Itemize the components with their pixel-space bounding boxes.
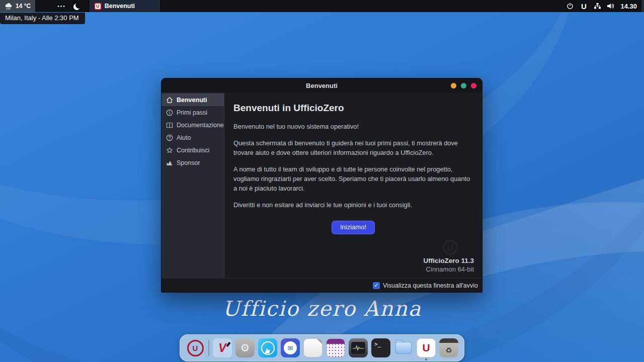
wallpaper-signature: Ufficio zero Anna <box>0 297 644 321</box>
info-icon <box>166 109 173 116</box>
dock-icon-thunderbird-mail[interactable]: ✉ <box>281 338 300 357</box>
network-icon[interactable] <box>593 2 601 10</box>
trash-lid <box>439 338 458 343</box>
welcome-paragraph: Diveritti e non esitare ad inviarci le t… <box>233 201 473 210</box>
dock-icon-files-folder[interactable] <box>394 338 413 357</box>
panel-clock[interactable]: 14.30 <box>620 3 637 10</box>
start-button[interactable]: Iniziamo! <box>332 221 375 234</box>
dock-icon-calendar[interactable] <box>326 338 345 357</box>
workspace-dots-applet[interactable]: ••• <box>57 4 66 9</box>
welcome-paragraph: Benvenuto nel tuo nuovo sistema operativ… <box>233 122 473 132</box>
ufficiozero-u-icon: U <box>422 342 430 354</box>
sidebar-item-label: Aiuto <box>177 134 191 141</box>
page-title: Benvenuti in UfficioZero <box>233 103 473 114</box>
sidebar-item-benvenuti[interactable]: Benvenuti <box>162 94 224 106</box>
desktop-environment: Cinnamon 64-bit <box>423 265 474 273</box>
sidebar-item-label: Primi passi <box>177 109 207 116</box>
star-icon <box>166 147 173 154</box>
sidebar-item-primi-passi[interactable]: Primi passi <box>162 106 224 119</box>
dock-icon-system-monitor[interactable] <box>349 338 368 357</box>
calendar-grid <box>327 344 345 357</box>
help-icon <box>166 134 173 141</box>
waveform-icon <box>351 342 365 354</box>
sidebar-item-documentazione[interactable]: Documentazione <box>162 119 224 131</box>
sidebar-item-contribuisci[interactable]: Contribuisci <box>162 144 224 156</box>
dock-icon-ufficiozero-menu[interactable]: U <box>186 338 205 357</box>
welcome-window: Benvenuti Benvenuti Primi passi <box>161 78 482 293</box>
version-block: U UfficioZero 11.3 Cinnamon 64-bit <box>423 240 474 273</box>
cta-row: Iniziamo! <box>233 221 473 234</box>
dock-icon-librewolf-browser[interactable] <box>258 338 277 357</box>
chart-icon <box>166 159 173 166</box>
weather-temperature: 14 °C <box>16 3 31 10</box>
minimize-button[interactable] <box>451 83 456 88</box>
terminal-prompt-icon: >_ <box>374 341 381 347</box>
dock-icon-text-document[interactable] <box>303 338 323 357</box>
taskbar-window-label: Benvenuti <box>105 3 135 10</box>
window-footer: ✓ Visualizza questa finestra all'avvio <box>162 278 482 292</box>
window-controls <box>451 83 482 88</box>
window-body: Benvenuti Primi passi Documentazione <box>162 93 482 278</box>
gear-icon: ⚙ <box>240 342 250 354</box>
night-mode-applet[interactable] <box>74 2 83 11</box>
volume-icon[interactable] <box>607 2 615 10</box>
dock-icon-trash[interactable]: ♻ <box>439 338 458 357</box>
checkmark-icon: ✓ <box>374 283 378 288</box>
dock-icon-red-v-app[interactable]: V <box>213 338 232 357</box>
ufficiozero-menu-icon[interactable]: U <box>580 2 588 10</box>
ufficiozero-ring-icon: U <box>187 340 204 356</box>
welcome-paragraph: Questa schermata di benvenuto ti guiderà… <box>233 139 473 158</box>
envelope-icon: ✉ <box>284 341 297 354</box>
sidebar: Benvenuti Primi passi Documentazione <box>162 93 224 278</box>
os-version: UfficioZero 11.3 <box>423 257 474 264</box>
wolf-icon <box>261 341 275 355</box>
weather-applet[interactable]: 14 °C <box>0 0 35 12</box>
window-titlebar[interactable]: Benvenuti <box>162 78 482 93</box>
recycle-icon: ♻ <box>445 343 452 357</box>
welcome-content: Benvenuti in UfficioZero Benvenuto nel t… <box>224 93 482 278</box>
running-indicator <box>425 358 427 360</box>
taskbar-window-button[interactable]: U Benvenuti <box>90 0 160 12</box>
show-at-startup-label: Visualizza questa finestra all'avvio <box>383 282 478 289</box>
ufficiozero-logo-icon: U <box>94 3 102 10</box>
dock-icon-terminal[interactable]: >_ <box>371 338 390 357</box>
home-icon <box>166 97 173 104</box>
dock-icon-ufficiozero-writer[interactable]: U <box>417 338 436 357</box>
top-panel: 14 °C ••• U Benvenuti U <box>0 0 644 12</box>
power-icon[interactable] <box>566 2 574 10</box>
cloud-rain-icon <box>5 3 13 10</box>
sidebar-item-sponsor[interactable]: Sponsor <box>162 156 224 169</box>
panel-system-tray: U 14.30 <box>566 2 640 10</box>
red-v-icon: V <box>218 341 226 355</box>
close-button[interactable] <box>471 83 476 88</box>
calendar-header <box>327 339 345 344</box>
sidebar-item-label: Contribuisci <box>177 147 209 154</box>
sidebar-item-label: Sponsor <box>177 159 200 166</box>
weather-tooltip: Milan, Italy - Alle 2:30 PM <box>0 13 85 24</box>
sidebar-item-label: Benvenuti <box>177 97 207 104</box>
welcome-paragraph: A nome di tutto il team di sviluppo e di… <box>233 165 473 194</box>
sidebar-item-label: Documentazione <box>177 122 224 129</box>
folder-icon <box>395 342 412 354</box>
window-title: Benvenuti <box>162 82 482 89</box>
moon-icon <box>75 2 82 9</box>
ufficiozero-watermark-icon: U <box>443 240 458 255</box>
dock: U V ⚙ ✉ >_ U ♻ <box>180 334 464 361</box>
dock-icon-settings[interactable]: ⚙ <box>235 338 255 357</box>
sidebar-item-aiuto[interactable]: Aiuto <box>162 131 224 144</box>
book-icon <box>166 122 173 129</box>
show-at-startup-checkbox[interactable]: ✓ <box>373 282 380 289</box>
dock-divider <box>208 340 209 356</box>
maximize-button[interactable] <box>461 83 466 88</box>
show-desktop-button[interactable] <box>641 0 644 12</box>
